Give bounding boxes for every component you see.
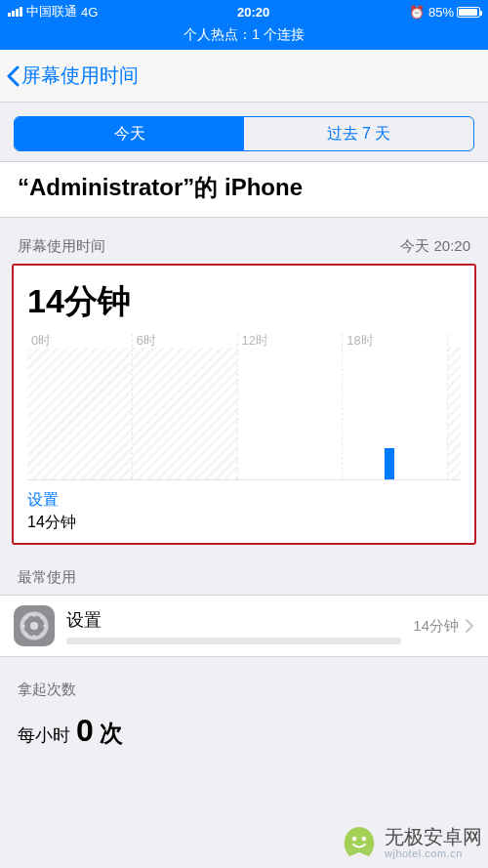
chevron-right-icon [465, 618, 474, 634]
chart-tick-12: 12时 [242, 332, 268, 350]
usage-header-right: 今天 20:20 [400, 237, 470, 256]
battery-icon [457, 7, 480, 18]
tab-today[interactable]: 今天 [15, 117, 244, 150]
most-used-app-bar [66, 638, 401, 644]
chart-tick-6: 6时 [137, 332, 156, 350]
chart-top-app-name: 设置 [27, 490, 461, 511]
watermark-logo-icon [340, 823, 379, 862]
most-used-row[interactable]: 设置 14分钟 [0, 595, 488, 657]
pickups-header: 拿起次数 [0, 657, 488, 707]
most-used-header: 最常使用 [0, 545, 488, 595]
svg-line-6 [25, 617, 27, 619]
svg-line-8 [25, 633, 27, 635]
chevron-left-icon [6, 65, 20, 87]
usage-header-left: 屏幕使用时间 [18, 237, 105, 256]
pickups-row: 每小时 0 次 [0, 707, 488, 749]
settings-app-icon [14, 605, 55, 646]
usage-section-header: 屏幕使用时间 今天 20:20 [0, 218, 488, 264]
nav-bar: 屏幕使用时间 [0, 50, 488, 103]
most-used-app-name: 设置 [66, 608, 401, 632]
chart-top-app-duration: 14分钟 [27, 513, 461, 533]
total-usage-time: 14分钟 [27, 279, 461, 324]
svg-point-10 [352, 837, 356, 841]
device-title: “Administrator”的 iPhone [0, 161, 488, 218]
network-label: 4G [81, 5, 98, 20]
alarm-icon: ⏰ [409, 5, 425, 20]
status-bar: 中国联通 4G 20:20 ⏰ 85% [0, 0, 488, 23]
watermark-subtitle: wjhotel.com.cn [385, 847, 482, 859]
time-range-segmented: 今天 过去 7 天 [14, 116, 474, 151]
svg-point-1 [30, 622, 38, 630]
watermark-title: 无极安卓网 [385, 827, 482, 847]
battery-pct: 85% [428, 5, 454, 20]
status-time: 20:20 [237, 5, 269, 20]
signal-icon [8, 7, 22, 17]
chart-tick-0: 0时 [31, 332, 51, 350]
pickups-count: 0 [76, 713, 94, 749]
watermark: 无极安卓网 wjhotel.com.cn [340, 823, 482, 862]
pickups-unit: 次 [100, 718, 123, 749]
pickups-per-hour-label: 每小时 [18, 723, 70, 747]
back-button[interactable]: 屏幕使用时间 [6, 62, 139, 89]
svg-line-7 [41, 633, 43, 635]
chart-tick-18: 18时 [346, 332, 373, 350]
svg-point-11 [362, 837, 366, 841]
hourly-usage-chart: 0时 6时 12时 18时 [27, 334, 461, 480]
carrier-label: 中国联通 [26, 3, 77, 21]
chart-bar-20h [385, 448, 394, 479]
most-used-app-duration: 14分钟 [413, 617, 459, 636]
hotspot-bar[interactable]: 个人热点：1 个连接 [0, 23, 488, 50]
svg-line-9 [41, 617, 43, 619]
usage-chart-card[interactable]: 14分钟 0时 6时 12时 18时 设置 14分钟 [12, 264, 476, 545]
back-label: 屏幕使用时间 [21, 62, 139, 89]
battery-indicator: 85% [428, 5, 480, 20]
tab-past-7-days[interactable]: 过去 7 天 [244, 117, 473, 150]
